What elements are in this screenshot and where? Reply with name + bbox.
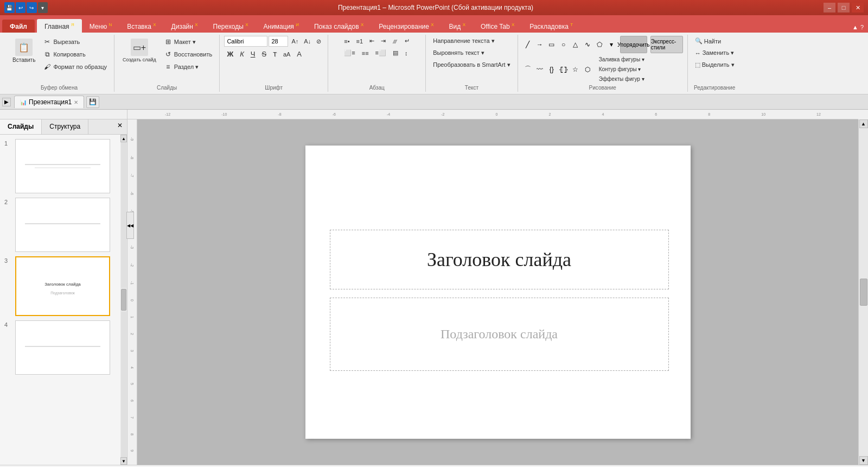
doc-tab[interactable]: 📊 Презентация1 ✕ xyxy=(14,96,84,108)
select-button[interactable]: ⬚ Выделить ▾ xyxy=(692,60,737,70)
shape-effect-button[interactable]: Эффекты фигур ▾ xyxy=(596,74,647,84)
slide-title-text[interactable]: Заголовок слайда xyxy=(427,248,571,271)
tab-home[interactable]: Главная Я xyxy=(37,19,82,33)
bracket-shape-btn[interactable]: {} xyxy=(546,64,557,75)
clear-format-button[interactable]: ⊘ xyxy=(314,37,323,46)
decrease-indent-button[interactable]: ⇤ xyxy=(367,36,377,46)
reset-button[interactable]: ↺ Восстановить xyxy=(161,48,215,60)
format-paint-button[interactable]: 🖌 Формат по образцу xyxy=(40,61,110,73)
circle-shape-btn[interactable]: ○ xyxy=(558,39,569,50)
text-direction-button[interactable]: Направление текста ▾ xyxy=(430,36,497,46)
convert-smartart-button[interactable]: Преобразовать в SmartArt ▾ xyxy=(430,60,513,70)
find-button[interactable]: 🔍 Найти xyxy=(692,36,724,46)
minimize-button[interactable]: – xyxy=(824,3,835,12)
help-btn[interactable]: ? xyxy=(860,24,864,30)
canvas-scroll-down[interactable]: ▼ xyxy=(859,456,868,465)
slide-canvas[interactable]: Заголовок слайда Подзаголовок слайда xyxy=(305,146,691,439)
columns-button[interactable]: ⫻ xyxy=(390,36,401,46)
cut-button[interactable]: ✂ Вырезать xyxy=(40,36,110,48)
custom-shape-btn[interactable]: ⬡ xyxy=(582,64,593,75)
tab-insert[interactable]: Вставка X xyxy=(119,19,163,33)
structure-tab[interactable]: Структура xyxy=(42,119,88,134)
font-name-input[interactable] xyxy=(224,36,267,47)
slide-panel-scrollbar[interactable]: ▲ ▼ xyxy=(120,135,127,465)
bold-button[interactable]: Ж xyxy=(224,48,236,60)
arrange-button[interactable]: Упорядочить xyxy=(620,36,647,53)
paste-button[interactable]: 📋 Вставить xyxy=(9,36,39,66)
tab-review[interactable]: Рецензирование X xyxy=(371,19,441,33)
more-shapes-btn[interactable]: ▾ xyxy=(606,39,617,50)
tab-slideshow[interactable]: Показ слайдов X xyxy=(307,19,371,33)
shrink-font-button[interactable]: A↓ xyxy=(302,37,313,46)
scroll-up-arrow[interactable]: ▲ xyxy=(120,135,127,142)
copy-button[interactable]: ⧉ Копировать xyxy=(40,48,110,60)
slides-tab[interactable]: Слайды xyxy=(0,119,42,134)
tab-rakladovka[interactable]: Раскладовка T xyxy=(522,19,580,33)
shadow-button[interactable]: T xyxy=(270,49,279,59)
arrow-shape-btn[interactable]: → xyxy=(534,39,545,50)
align-text-button[interactable]: Выровнять текст ▾ xyxy=(430,48,487,58)
slide-thumbnail-active[interactable]: Заголовок слайда Подзаголовок xyxy=(15,256,110,316)
canvas-scroll-up[interactable]: ▲ xyxy=(859,119,868,128)
scroll-down-arrow[interactable]: ▼ xyxy=(120,457,127,465)
strikethrough-button[interactable]: S xyxy=(259,48,269,60)
tab-view[interactable]: Вид X xyxy=(442,19,473,33)
tab-transitions[interactable]: Переходы X xyxy=(206,19,256,33)
shape-fill-button[interactable]: Заливка фигуры ▾ xyxy=(596,55,647,64)
font-size-input[interactable] xyxy=(269,36,288,47)
scroll-thumb[interactable] xyxy=(121,289,126,311)
new-slide-button[interactable]: ▭+ Создать слайд xyxy=(119,36,160,65)
layout-button[interactable]: ⊞ Макет ▾ xyxy=(161,36,215,48)
slide-subtitle-placeholder[interactable]: Подзаголовок слайда xyxy=(330,298,669,371)
slide-subtitle-text[interactable]: Подзаголовок слайда xyxy=(441,327,558,342)
tab-design[interactable]: Дизайн X xyxy=(164,19,206,33)
slide-thumbnail[interactable] xyxy=(15,320,110,375)
slide-title-placeholder[interactable]: Заголовок слайда xyxy=(330,230,669,289)
slide-panel-close[interactable]: ✕ xyxy=(113,119,127,134)
doc-tab-close[interactable]: ✕ xyxy=(74,99,78,105)
bullet-button[interactable]: ≡• xyxy=(341,36,352,46)
align-right-button[interactable]: ≡⬜ xyxy=(373,48,389,58)
spacing-button[interactable]: aA xyxy=(280,49,293,59)
slide-thumbnail[interactable] xyxy=(15,198,110,252)
canvas-scrollbar-v[interactable]: ▲ ▼ xyxy=(858,119,868,465)
canvas-scroll-thumb[interactable] xyxy=(860,279,867,306)
grow-font-button[interactable]: A↑ xyxy=(289,37,301,46)
tab-menu[interactable]: Меню N xyxy=(82,19,120,33)
line-spacing-button[interactable]: ↕ xyxy=(402,48,411,58)
window-controls[interactable]: – □ ✕ xyxy=(824,3,864,12)
justify-button[interactable]: ▤ xyxy=(390,48,401,58)
align-center-button[interactable]: ≡≡ xyxy=(359,48,372,58)
numbered-list-button[interactable]: ≡1 xyxy=(354,36,366,46)
align-left-button[interactable]: ⬜≡ xyxy=(341,48,358,58)
pentagon-shape-btn[interactable]: ⬠ xyxy=(594,39,605,50)
doc-save-btn[interactable]: 💾 xyxy=(86,96,99,108)
ppt-icon: ▶ xyxy=(2,98,11,106)
triangle-shape-btn[interactable]: △ xyxy=(570,39,581,50)
curve-shape-btn[interactable]: ∿ xyxy=(582,39,593,50)
quick-styles-button[interactable]: Экспресс-стили xyxy=(650,36,683,53)
ltr-button[interactable]: ↵ xyxy=(402,36,412,46)
star-shape-btn[interactable]: ☆ xyxy=(570,64,581,75)
brace-shape-btn[interactable]: ⦃⦄ xyxy=(558,64,569,75)
section-button[interactable]: ≡ Раздел ▾ xyxy=(161,61,215,73)
squiggly-shape-btn[interactable]: 〰 xyxy=(534,64,545,75)
shape-outline-button[interactable]: Контур фигуры ▾ xyxy=(596,65,647,74)
font-color-button[interactable]: А xyxy=(294,48,304,60)
slide-thumbnail[interactable] xyxy=(15,139,110,193)
curve2-shape-btn[interactable]: ⌒ xyxy=(522,64,533,75)
panel-collapse-button[interactable]: ◀◀ xyxy=(126,212,134,239)
close-button[interactable]: ✕ xyxy=(852,3,864,12)
replace-button[interactable]: ↔ Заменить ▾ xyxy=(692,48,737,58)
tab-officetab[interactable]: Office Tab X xyxy=(473,19,522,33)
maximize-button[interactable]: □ xyxy=(838,3,850,12)
tab-file[interactable]: Файл xyxy=(2,20,35,33)
tab-animation[interactable]: Анимация И xyxy=(256,19,307,33)
italic-button[interactable]: К xyxy=(237,48,247,60)
increase-indent-button[interactable]: ⇥ xyxy=(378,36,388,46)
underline-button[interactable]: Ч xyxy=(248,48,258,60)
rect-shape-btn[interactable]: ▭ xyxy=(546,39,557,50)
ribbon-collapse-btn[interactable]: ▲ xyxy=(852,24,858,30)
line-shape-btn[interactable]: ╱ xyxy=(522,39,533,50)
slide-canvas-area[interactable]: Заголовок слайда Подзаголовок слайда xyxy=(137,119,858,465)
